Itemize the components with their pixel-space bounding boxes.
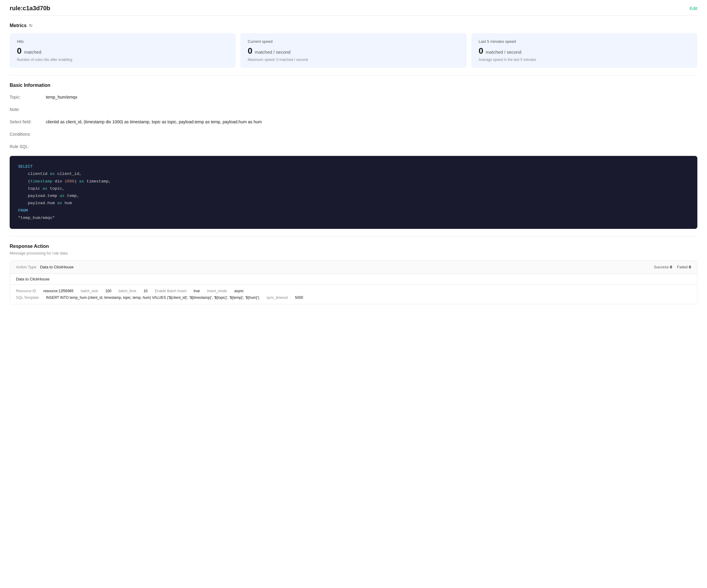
info-label-sql: Rule SQL: [10,143,46,150]
code-line-topic: topic as topic, [18,185,689,193]
metric-label-current: Current speed [248,39,459,44]
enable-batch-value: true [194,289,200,293]
action-name-row: Data to ClickHouse [10,274,697,285]
metric-unit-last5: matched / second [485,49,521,55]
refresh-icon[interactable]: ↻ [29,23,33,28]
detail-row-sql: SQL Template INSERT INTO temp_hum (clien… [16,296,691,300]
enable-batch-label: Enable Batch Insert [155,289,187,293]
metric-value-hits: 0 [17,46,22,56]
success-value: 0 [670,265,672,269]
info-row-sql: Rule SQL: [10,143,697,150]
response-title: Response Action [10,244,697,249]
failed-label: Failed [677,265,687,269]
sql-template-value: INSERT INTO temp_hum (client_id, timesta… [46,296,259,300]
info-label-topic: Topic: [10,94,46,100]
resource-id-value: resource:12f56965 [43,289,74,293]
metric-unit-current: matched / second [255,49,291,55]
sql-code-block: SELECT clientid as client_id, (timestamp… [10,156,697,229]
metric-desc-current: Maximum speed: 0 matched / second [248,58,459,62]
metric-value-current: 0 [248,46,252,56]
action-card: Action Type Data to ClickHouse Success 0… [10,260,697,304]
batch-size-label: batch_size [81,289,98,293]
sync-timeout-label: sync_timeout [266,296,288,300]
metric-unit-hits: matched [24,49,41,55]
info-row-topic: Topic: temp_hum/emqx [10,94,697,100]
basic-info-title: Basic Information [10,82,697,88]
info-row-note: Note: [10,106,697,113]
sync-timeout-value: 5000 [295,296,303,300]
insert-mode-value: async [234,289,244,293]
detail-row-resource: Resource ID resource:12f56965 batch_size… [16,289,691,293]
metric-value-last5: 0 [479,46,483,56]
basic-info-section: Basic Information Topic: temp_hum/emqx N… [10,75,697,236]
action-name: Data to ClickHouse [16,277,49,281]
metrics-grid: Hits 0 matched Number of rules hits afte… [10,33,697,68]
action-type-value: Data to ClickHouse [40,265,74,269]
sql-template-label: SQL Template [16,296,39,300]
metric-card-last5: Last 5 minutes speed 0 matched / second … [471,33,697,68]
metric-desc-last5: Average speed in the last 5 minutes [479,58,690,62]
code-line-temp: payload.temp as temp, [18,193,689,200]
metric-card-current: Current speed 0 matched / second Maximum… [240,33,466,68]
info-value-select: clientid as client_id, (timestamp div 10… [46,119,697,125]
response-subtitle: Message processing for rule data [10,251,697,255]
metrics-section: Metrics ↻ Hits 0 matched Number of rules… [10,16,697,75]
page-title: rule:c1a3d70b [10,5,50,12]
action-details: Resource ID resource:12f56965 batch_size… [10,285,697,304]
batch-time-label: batch_time [119,289,136,293]
info-row-select: Select field: clientid as client_id, (ti… [10,119,697,125]
info-label-select: Select field: [10,119,46,125]
info-row-conditions: Conditions: [10,131,697,138]
metrics-title: Metrics ↻ [10,23,697,28]
response-section: Response Action Message processing for r… [10,236,697,311]
page-header: rule:c1a3d70b Edit [10,0,697,16]
code-line-hum: payload.hum as hum [18,200,689,207]
stat-failed: Failed 0 [677,265,691,269]
stat-success: Success 0 [654,265,672,269]
failed-value: 0 [689,265,691,269]
code-line-clientid: clientid as client_id, [18,170,689,178]
info-value-topic: temp_hum/emqx [46,94,697,100]
action-type-label: Action Type [16,265,36,269]
metric-card-hits: Hits 0 matched Number of rules hits afte… [10,33,236,68]
info-label-conditions: Conditions: [10,131,46,138]
resource-id-label: Resource ID [16,289,36,293]
code-line-table: "temp_hum/emqx" [18,214,689,221]
batch-size-value: 100 [105,289,111,293]
edit-link[interactable]: Edit [689,6,697,11]
action-stats: Success 0 Failed 0 [654,265,691,269]
info-label-note: Note: [10,106,46,113]
code-line-select: SELECT [18,163,689,170]
metric-label-last5: Last 5 minutes speed [479,39,690,44]
code-line-from: FROM [18,207,689,214]
success-label: Success [654,265,669,269]
action-type-row: Action Type Data to ClickHouse [16,265,74,269]
action-header: Action Type Data to ClickHouse Success 0… [10,261,697,274]
insert-mode-label: insert_mode [207,289,227,293]
code-line-timestamp: (timestamp div 1000) as timestamp, [18,178,689,185]
batch-time-value: 10 [143,289,147,293]
metric-desc-hits: Number of rules hits after enabling [17,58,228,62]
metric-label-hits: Hits [17,39,228,44]
